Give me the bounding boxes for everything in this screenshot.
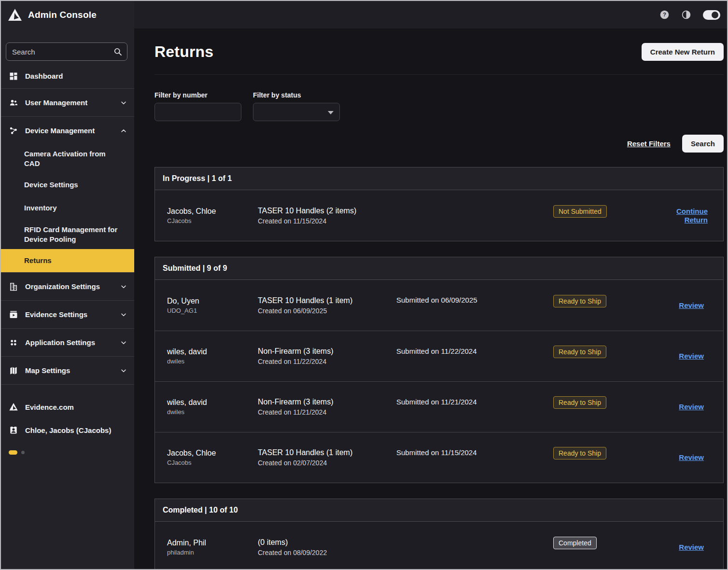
sidebar-item-current-user[interactable]: Chloe, Jacobs (CJacobs) [1, 418, 134, 442]
return-owner-cell: wiles, david dwiles [167, 398, 258, 416]
toggle-knob [712, 12, 718, 18]
return-owner-name: Jacobs, Chloe [167, 207, 258, 216]
return-action-link[interactable]: Review [679, 352, 704, 360]
filters-row: Filter by number Filter by status [154, 91, 724, 121]
return-created-date: Created on 08/09/2022 [258, 549, 396, 556]
return-item-summary: TASER 10 Handles (2 items) [258, 207, 396, 215]
return-owner-username: philadmin [167, 549, 258, 556]
return-action-cell: Review [676, 543, 704, 552]
status-badge: Ready to Ship [553, 396, 606, 409]
return-owner-username: CJacobs [167, 459, 258, 466]
filter-actions-row: Reset Filters Search [154, 135, 724, 153]
theme-toggle[interactable] [703, 10, 720, 20]
sidebar-pager-dots [1, 442, 134, 455]
main-content: Returns Create New Return Filter by numb… [134, 28, 728, 569]
return-owner-cell: wiles, david dwiles [167, 348, 258, 365]
return-owner-username: CJacobs [167, 217, 258, 224]
return-created-date: Created on 11/22/2024 [258, 358, 396, 365]
admin-console-window: Admin Console Dashboard User Management … [0, 0, 728, 570]
return-action-cell: Review [676, 403, 704, 411]
return-action-link[interactable]: Review [679, 301, 704, 309]
status-badge: Ready to Ship [553, 346, 606, 358]
return-owner-name: wiles, david [167, 398, 258, 407]
sidebar-subitem-rfid-card-management[interactable]: RFID Card Management for Device Pooling [1, 220, 134, 250]
user-badge-icon [9, 425, 18, 435]
sidebar-item-label: Map Settings [25, 366, 113, 375]
sidebar-item-application-settings[interactable]: Application Settings [1, 329, 134, 356]
sidebar-item-label: Organization Settings [25, 282, 113, 291]
svg-text:?: ? [663, 12, 666, 17]
status-badge: Ready to Ship [553, 447, 606, 459]
filter-status-select[interactable] [253, 103, 340, 121]
current-user-label: Chloe, Jacobs (CJacobs) [25, 426, 111, 434]
sidebar-subitem-returns[interactable]: Returns [1, 249, 134, 272]
app-logo-row: Admin Console [1, 1, 134, 28]
apps-icon [9, 338, 18, 348]
return-submitted-date: Submitted on 11/21/2024 [396, 398, 553, 406]
return-action-link[interactable]: Review [679, 453, 704, 461]
pager-dot[interactable] [21, 451, 25, 454]
axon-logo-icon [7, 7, 23, 23]
return-created-date: Created on 06/09/2025 [258, 307, 396, 315]
returns-sections: In Progress | 1 of 1 Jacobs, Chloe CJaco… [154, 167, 724, 569]
page-title: Returns [154, 43, 213, 61]
reset-filters-link[interactable]: Reset Filters [627, 139, 671, 148]
return-submitted-date: Submitted on 11/15/2024 [396, 448, 553, 457]
sidebar-item-label: User Management [25, 98, 113, 107]
create-new-return-button[interactable]: Create New Return [642, 43, 724, 61]
return-owner-username: dwiles [167, 408, 258, 416]
contrast-icon[interactable] [681, 10, 691, 20]
return-action-link[interactable]: Review [679, 543, 704, 551]
return-action-link[interactable]: Review [679, 403, 704, 411]
axon-logo-icon [9, 402, 18, 412]
return-submitted-date: Submitted on 06/09/2025 [396, 296, 553, 304]
sidebar-subitem-device-settings[interactable]: Device Settings [1, 174, 134, 197]
sidebar-item-user-management[interactable]: User Management [1, 89, 134, 116]
return-owner-name: wiles, david [167, 348, 258, 356]
sidebar-item-label: Evidence Settings [25, 310, 113, 319]
return-owner-cell: Jacobs, Chloe CJacobs [167, 449, 258, 466]
section-header: In Progress | 1 of 1 [155, 167, 723, 190]
sidebar-item-map-settings[interactable]: Map Settings [1, 357, 134, 384]
caret-down-icon [328, 111, 334, 114]
evidence-icon [9, 310, 18, 320]
return-action-cell: Continue Return [676, 207, 708, 224]
sidebar-item-device-management[interactable]: Device Management [1, 117, 134, 144]
sidebar-subitem-camera-activation[interactable]: Camera Activation from CAD [1, 144, 134, 174]
dashboard-icon [9, 71, 18, 81]
status-badge: Completed [553, 537, 597, 549]
page-header: Returns Create New Return [154, 28, 724, 75]
return-action-cell: Review [676, 301, 704, 310]
return-status-cell: Ready to Ship [553, 346, 676, 358]
return-owner-cell: Do, Uyen UDO_AG1 [167, 297, 258, 314]
sidebar-subitem-inventory[interactable]: Inventory [1, 197, 134, 220]
return-item-summary: TASER 10 Handles (1 item) [258, 296, 396, 305]
search-button[interactable]: Search [682, 135, 724, 153]
return-status-cell: Ready to Ship [553, 396, 676, 409]
device-icon [9, 126, 18, 136]
sidebar-item-dashboard[interactable]: Dashboard [1, 64, 134, 88]
section-rows: Admin, Phil philadmin (0 items) Created … [155, 522, 723, 569]
sidebar-item-evidence-com[interactable]: Evidence.com [1, 395, 134, 418]
section-header: Submitted | 9 of 9 [155, 257, 723, 280]
chevron-up-icon [120, 127, 127, 135]
return-created-date: Created on 02/07/2024 [258, 459, 396, 467]
filter-status-label: Filter by status [253, 91, 340, 99]
return-item-cell: (0 items) Created on 08/09/2022 [258, 538, 396, 556]
help-icon[interactable]: ? [659, 10, 670, 20]
status-badge: Not Submitted [553, 205, 607, 218]
sidebar-item-evidence-settings[interactable]: Evidence Settings [1, 301, 134, 328]
returns-section: In Progress | 1 of 1 Jacobs, Chloe CJaco… [154, 167, 724, 241]
chevron-down-icon [120, 283, 127, 291]
app-title: Admin Console [28, 10, 97, 20]
sidebar: Admin Console Dashboard User Management … [1, 1, 134, 569]
sidebar-nav: Dashboard User Management Device Managem… [1, 64, 134, 569]
return-owner-username: UDO_AG1 [167, 307, 258, 314]
search-input[interactable] [6, 42, 127, 61]
return-created-date: Created on 11/21/2024 [258, 408, 396, 416]
filter-number-input[interactable] [154, 103, 241, 121]
return-action-link[interactable]: Continue Return [676, 207, 708, 224]
return-owner-username: dwiles [167, 358, 258, 365]
sidebar-item-organization-settings[interactable]: Organization Settings [1, 273, 134, 300]
pager-dot-active[interactable] [9, 450, 17, 455]
